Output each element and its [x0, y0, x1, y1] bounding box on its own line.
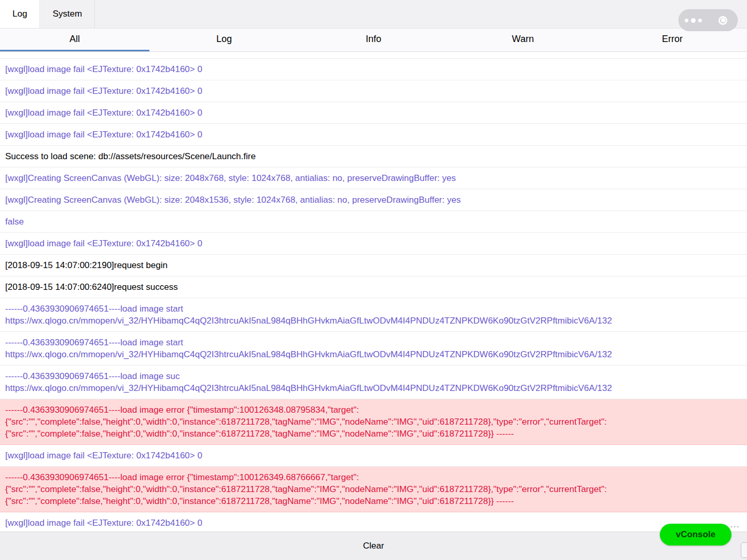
log-row-info: [wxgl]load image fail <EJTexture: 0x1742…: [0, 124, 747, 146]
log-line: ------0.4363930906974651----load image s…: [5, 303, 742, 315]
log-row-error: ------0.4363930906974651----load image e…: [0, 467, 747, 512]
top-tabs: LogSystem: [0, 0, 95, 28]
log-row-info: [wxgl]load image fail <EJTexture: 0x1742…: [0, 102, 747, 124]
log-line: [wxgl]load image fail <EJTexture: 0x1742…: [5, 450, 742, 461]
top-tab-system[interactable]: System: [40, 0, 95, 28]
log-line: [wxgl]load image fail <EJTexture: 0x1742…: [5, 517, 742, 529]
log-row-info: [wxgl]load image fail <EJTexture: 0x1742…: [0, 512, 747, 531]
log-line: {"src":"","complete":false,"height":0,"w…: [5, 495, 742, 507]
log-line: [2018-09-15 14:07:00:6240]request succes…: [5, 281, 742, 293]
vconsole-panel: LogSystem AllLogInfoWarnError [wxgl]load…: [0, 0, 747, 560]
log-line: {"src":"","complete":false,"height":0,"w…: [5, 483, 742, 495]
log-row-info: [wxgl]Creating ScreenCanvas (WebGL): siz…: [0, 189, 747, 211]
ellipsis-menu-icon: [685, 18, 702, 23]
cutoff-ellipsis-fragment: ...: [730, 519, 740, 530]
log-line: [2018-09-15 14:07:00:2190]request begin: [5, 259, 742, 271]
log-line: {"src":"","complete":false,"height":0,"w…: [5, 416, 742, 428]
log-row-info: [wxgl]Creating ScreenCanvas (WebGL): siz…: [0, 167, 747, 189]
log-line: ------0.4363930906974651----load image s…: [5, 337, 742, 348]
top-tab-bar: LogSystem: [0, 0, 747, 29]
log-row-info: false: [0, 211, 747, 233]
log-line: https://wx.qlogo.cn/mmopen/vi_32/HYHibam…: [5, 315, 742, 327]
log-line: ------0.4363930906974651----load image e…: [5, 471, 742, 483]
log-row-info: ------0.4363930906974651----load image s…: [0, 332, 747, 366]
log-line: ------0.4363930906974651----load image e…: [5, 404, 742, 416]
log-row-log: [2018-09-15 14:07:00:2190]request begin: [0, 255, 747, 276]
log-row-info: [wxgl]load image fail <EJTexture: 0x1742…: [0, 59, 747, 80]
log-row-info: [wxgl]load image fail <EJTexture: 0x1742…: [0, 233, 747, 255]
log-line: [wxgl]load image fail <EJTexture: 0x1742…: [5, 63, 742, 75]
filter-tab-warn[interactable]: Warn: [448, 29, 598, 51]
log-line: [wxgl]load image fail <EJTexture: 0x1742…: [5, 85, 742, 97]
log-line: [wxgl]Creating ScreenCanvas (WebGL): siz…: [5, 194, 742, 206]
wechat-capsule: [679, 9, 738, 31]
bottom-bar: Clear: [0, 531, 747, 560]
log-line: [wxgl]Creating ScreenCanvas (WebGL): siz…: [5, 172, 742, 184]
log-row-info: ------0.4363930906974651----load image s…: [0, 366, 747, 399]
filter-tab-error[interactable]: Error: [598, 29, 747, 51]
filter-tab-info[interactable]: Info: [299, 29, 448, 51]
cutoff-panel-corner-fragment: [741, 542, 747, 558]
log-row-log: [2018-09-15 14:07:00:6240]request succes…: [0, 276, 747, 298]
log-line: ------0.4363930906974651----load image s…: [5, 370, 742, 382]
top-tab-log[interactable]: Log: [0, 0, 40, 28]
record-circle-icon: [718, 16, 727, 25]
log-row-partial: [0, 52, 747, 59]
menu-button[interactable]: [679, 9, 708, 31]
log-row-log: Success to load scene: db://assets/resou…: [0, 146, 747, 167]
log-line: {"src":"","complete":false,"height":0,"w…: [5, 428, 742, 440]
log-row-error: ------0.4363930906974651----load image e…: [0, 399, 747, 445]
vconsole-switch-button[interactable]: vConsole: [660, 524, 731, 545]
filter-tab-all[interactable]: All: [0, 29, 149, 51]
log-line: [wxgl]load image fail <EJTexture: 0x1742…: [5, 107, 742, 119]
log-row-info: [wxgl]load image fail <EJTexture: 0x1742…: [0, 445, 747, 467]
log-list[interactable]: [wxgl]load image fail <EJTexture: 0x1742…: [0, 52, 747, 531]
log-line: https://wx.qlogo.cn/mmopen/vi_32/HYHibam…: [5, 348, 742, 360]
filter-tab-log[interactable]: Log: [149, 29, 299, 51]
log-line: [wxgl]load image fail <EJTexture: 0x1742…: [5, 237, 742, 249]
close-button[interactable]: [708, 9, 738, 31]
log-line: [wxgl]load image fail <EJTexture: 0x1742…: [5, 129, 742, 141]
log-row-info: ------0.4363930906974651----load image s…: [0, 298, 747, 332]
log-line: Success to load scene: db://assets/resou…: [5, 150, 742, 162]
log-row-info: [wxgl]load image fail <EJTexture: 0x1742…: [0, 80, 747, 102]
clear-button[interactable]: Clear: [0, 532, 747, 560]
log-line: https://wx.qlogo.cn/mmopen/vi_32/HYHibam…: [5, 382, 742, 394]
log-filter-bar: AllLogInfoWarnError: [0, 29, 747, 52]
log-line: false: [5, 216, 742, 228]
